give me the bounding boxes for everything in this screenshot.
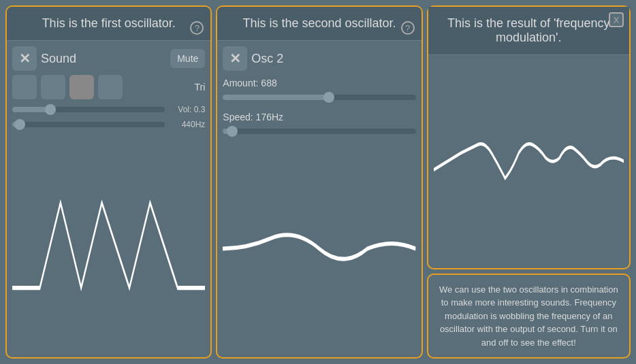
osc1-vol-slider[interactable] [12,103,165,116]
osc1-wave-btn-3[interactable]: Tri [69,75,94,99]
osc2-speed-label: Speed: 176Hz [223,112,415,122]
osc2-amount-row [223,91,415,103]
osc2-tooltip-text: This is the second oscillator. [242,16,396,30]
osc1-vol-row: Vol: 0.3 [12,103,205,116]
osc1-help-button[interactable]: ? [190,21,204,35]
result-column: This is the result of 'frequency modulat… [427,5,631,359]
osc1-label: Sound [41,52,166,66]
osc2-help-button[interactable]: ? [401,21,415,35]
result-tooltip-text: This is the result of 'frequency modulat… [447,16,610,44]
osc2-body: ✕ Osc 2 Amount: 688 Speed: 176Hz [217,41,421,357]
osc2-tooltip-header: This is the second oscillator. ? [217,7,421,41]
osc1-freq-row: 440Hz [12,118,205,131]
osc2-label: Osc 2 [251,52,415,66]
osc2-panel: This is the second oscillator. ? ✕ Osc 2… [216,5,422,359]
osc2-speed-slider[interactable] [223,125,415,137]
osc1-panel: This is the first oscillator. ? ✕ Sound … [5,5,212,359]
osc2-amount-slider[interactable] [223,91,415,103]
main-layout: This is the first oscillator. ? ✕ Sound … [0,0,636,364]
osc1-freq-label: 440Hz [168,120,205,129]
osc2-toggle-button[interactable]: ✕ [223,46,247,71]
osc1-waveform [12,139,205,352]
osc1-mute-button[interactable]: Mute [170,49,205,68]
osc2-speed-row [223,125,415,137]
osc1-body: ✕ Sound Mute Tri Tri [7,41,210,357]
result-waveform-panel: This is the result of 'frequency modulat… [427,5,631,269]
osc1-wave-label: Tri [195,82,206,93]
osc1-wave-btn-2[interactable] [41,75,65,99]
osc1-toggle-button[interactable]: ✕ [12,46,37,71]
osc1-tooltip-header: This is the first oscillator. ? [7,7,210,41]
result-description-panel: We can use the two oscillators in combin… [427,274,631,359]
osc1-freq-slider[interactable] [12,118,165,131]
osc1-wave-btn-1[interactable] [12,75,37,99]
osc2-waveform [223,146,415,352]
osc2-row1: ✕ Osc 2 [223,46,415,71]
osc1-row1: ✕ Sound Mute [12,46,205,71]
result-waveform [428,55,629,268]
osc1-wave-btn-4[interactable] [98,75,123,99]
osc1-row2: Tri Tri [12,75,205,99]
osc1-vol-label: Vol: 0.3 [168,105,205,114]
osc2-amount-label: Amount: 688 [223,78,415,88]
result-tooltip-header: This is the result of 'frequency modulat… [428,7,629,55]
osc1-tooltip-text: This is the first oscillator. [42,16,176,30]
result-description-text: We can use the two oscillators in combin… [439,284,618,348]
result-close-button[interactable]: X [609,12,624,27]
